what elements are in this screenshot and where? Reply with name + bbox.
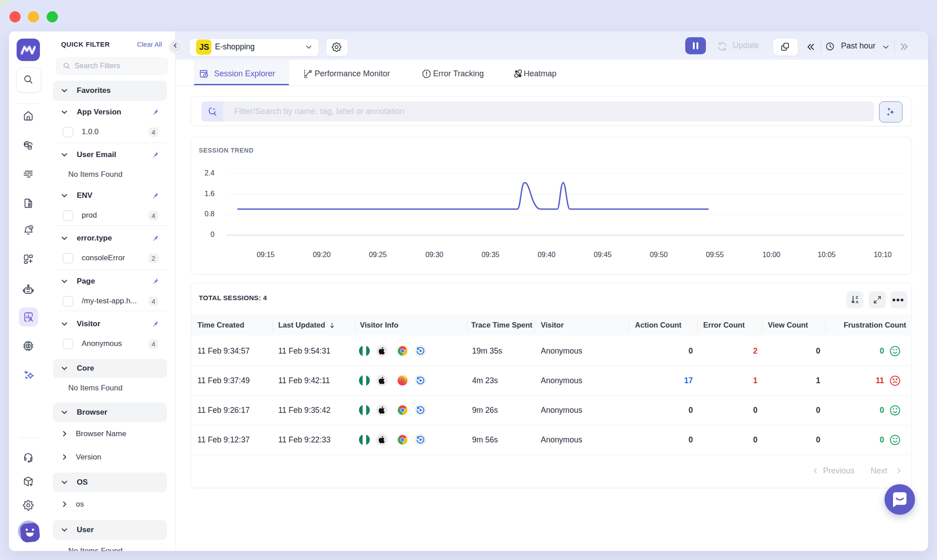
svg-text:Z: Z: [855, 295, 858, 300]
svg-text:A: A: [855, 300, 858, 304]
